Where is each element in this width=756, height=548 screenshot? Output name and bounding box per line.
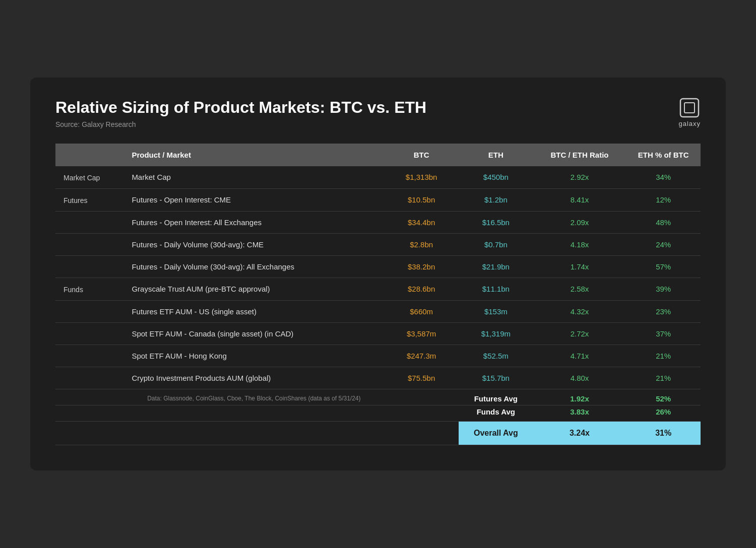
col-header-eth: ETH xyxy=(459,144,533,166)
cell-product: Futures - Daily Volume (30d-avg): All Ex… xyxy=(123,255,384,278)
table-row: Futures Futures - Open Interest: CME $10… xyxy=(55,188,701,211)
cell-category: Futures xyxy=(55,188,123,211)
cell-ratio: 2.58x xyxy=(533,278,626,300)
overall-avg-pct: 31% xyxy=(626,421,701,445)
table-row: Futures - Daily Volume (30d-avg): All Ex… xyxy=(55,255,701,278)
galaxy-logo-icon xyxy=(679,98,700,118)
cell-eth: $11.1bn xyxy=(459,278,533,300)
cell-btc: $2.8bn xyxy=(384,233,459,255)
cell-category xyxy=(55,211,123,233)
futures-avg-ratio: 1.92x xyxy=(533,389,626,405)
overall-avg-row: Overall Avg 3.24x 31% xyxy=(55,421,701,445)
table-row: Crypto Investment Products AUM (global) … xyxy=(55,367,701,389)
overall-avg-ratio: 3.24x xyxy=(533,421,626,445)
cell-pct: 39% xyxy=(626,278,701,300)
cell-product: Crypto Investment Products AUM (global) xyxy=(123,367,384,389)
cell-product: Spot ETF AUM - Canada (single asset) (in… xyxy=(123,322,384,345)
cell-btc: $247.3m xyxy=(384,345,459,367)
main-card: Relative Sizing of Product Markets: BTC … xyxy=(30,78,726,470)
cell-pct: 24% xyxy=(626,233,701,255)
cell-eth: $153m xyxy=(459,300,533,322)
logo-text: galaxy xyxy=(678,120,701,127)
data-table: Product / Market BTC ETH BTC / ETH Ratio… xyxy=(55,144,701,389)
cell-ratio: 4.32x xyxy=(533,300,626,322)
table-header-row: Product / Market BTC ETH BTC / ETH Ratio… xyxy=(55,144,701,166)
col-header-btc: BTC xyxy=(384,144,459,166)
cell-eth: $450bn xyxy=(459,166,533,189)
source-label: Source: Galaxy Research xyxy=(55,120,701,128)
futures-avg-label: Futures Avg xyxy=(459,389,533,405)
cell-category: Market Cap xyxy=(55,166,123,189)
cell-product: Futures ETF AUM - US (single asset) xyxy=(123,300,384,322)
cell-ratio: 1.74x xyxy=(533,255,626,278)
cell-pct: 34% xyxy=(626,166,701,189)
cell-product: Futures - Daily Volume (30d-avg): CME xyxy=(123,233,384,255)
cell-eth: $16.5bn xyxy=(459,211,533,233)
cell-btc: $28.6bn xyxy=(384,278,459,300)
cell-ratio: 2.09x xyxy=(533,211,626,233)
cell-btc: $3,587m xyxy=(384,322,459,345)
cell-ratio: 8.41x xyxy=(533,188,626,211)
page-title: Relative Sizing of Product Markets: BTC … xyxy=(55,98,701,117)
cell-btc: $38.2bn xyxy=(384,255,459,278)
funds-avg-row: Funds Avg 3.83x 26% xyxy=(55,405,701,421)
table-row: Funds Grayscale Trust AUM (pre-BTC appro… xyxy=(55,278,701,300)
col-header-pct: ETH % of BTC xyxy=(626,144,701,166)
table-row: Futures ETF AUM - US (single asset) $660… xyxy=(55,300,701,322)
cell-btc: $1,313bn xyxy=(384,166,459,189)
cell-category xyxy=(55,367,123,389)
footer-note-row: Data: Glassnode, CoinGlass, Cboe, The Bl… xyxy=(55,389,701,405)
cell-category xyxy=(55,322,123,345)
cell-pct: 12% xyxy=(626,188,701,211)
overall-avg-label: Overall Avg xyxy=(459,421,533,445)
funds-avg-label: Funds Avg xyxy=(459,405,533,421)
table-row: Market Cap Market Cap $1,313bn $450bn 2.… xyxy=(55,166,701,189)
cell-ratio: 4.71x xyxy=(533,345,626,367)
cell-eth: $52.5m xyxy=(459,345,533,367)
cell-pct: 21% xyxy=(626,345,701,367)
cell-eth: $1,319m xyxy=(459,322,533,345)
cell-pct: 21% xyxy=(626,367,701,389)
cell-category xyxy=(55,300,123,322)
cell-category: Funds xyxy=(55,278,123,300)
cell-product: Futures - Open Interest: All Exchanges xyxy=(123,211,384,233)
cell-ratio: 2.92x xyxy=(533,166,626,189)
header: Relative Sizing of Product Markets: BTC … xyxy=(55,98,701,128)
cell-eth: $21.9bn xyxy=(459,255,533,278)
cell-product: Spot ETF AUM - Hong Kong xyxy=(123,345,384,367)
cell-pct: 37% xyxy=(626,322,701,345)
cell-btc: $75.5bn xyxy=(384,367,459,389)
cell-eth: $0.7bn xyxy=(459,233,533,255)
svg-rect-1 xyxy=(684,103,695,113)
funds-avg-ratio: 3.83x xyxy=(533,405,626,421)
svg-rect-0 xyxy=(680,99,699,117)
col-header-ratio: BTC / ETH Ratio xyxy=(533,144,626,166)
cell-product: Futures - Open Interest: CME xyxy=(123,188,384,211)
col-header-category xyxy=(55,144,123,166)
cell-category xyxy=(55,255,123,278)
cell-pct: 48% xyxy=(626,211,701,233)
cell-eth: $15.7bn xyxy=(459,367,533,389)
cell-eth: $1.2bn xyxy=(459,188,533,211)
logo: galaxy xyxy=(678,98,701,127)
table-row: Spot ETF AUM - Hong Kong $247.3m $52.5m … xyxy=(55,345,701,367)
table-row: Spot ETF AUM - Canada (single asset) (in… xyxy=(55,322,701,345)
averages-table: Data: Glassnode, CoinGlass, Cboe, The Bl… xyxy=(55,389,701,445)
cell-pct: 23% xyxy=(626,300,701,322)
footer-note: Data: Glassnode, CoinGlass, Cboe, The Bl… xyxy=(123,389,384,405)
cell-product: Market Cap xyxy=(123,166,384,189)
funds-avg-pct: 26% xyxy=(626,405,701,421)
cell-category xyxy=(55,233,123,255)
cell-pct: 57% xyxy=(626,255,701,278)
cell-btc: $660m xyxy=(384,300,459,322)
futures-avg-pct: 52% xyxy=(626,389,701,405)
cell-btc: $34.4bn xyxy=(384,211,459,233)
col-header-product: Product / Market xyxy=(123,144,384,166)
table-row: Futures - Open Interest: All Exchanges $… xyxy=(55,211,701,233)
table-row: Futures - Daily Volume (30d-avg): CME $2… xyxy=(55,233,701,255)
cell-ratio: 4.80x xyxy=(533,367,626,389)
cell-category xyxy=(55,345,123,367)
cell-product: Grayscale Trust AUM (pre-BTC approval) xyxy=(123,278,384,300)
cell-ratio: 4.18x xyxy=(533,233,626,255)
cell-btc: $10.5bn xyxy=(384,188,459,211)
